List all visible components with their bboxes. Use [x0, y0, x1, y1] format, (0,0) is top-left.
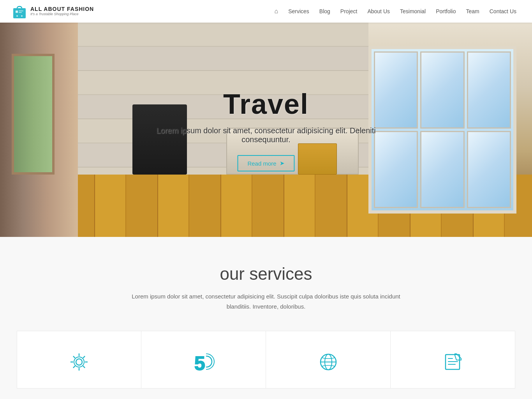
brand-name: ALL ABOUT FASHION: [30, 6, 94, 12]
window-pane-6: [467, 131, 511, 208]
svg-point-6: [76, 359, 82, 365]
svg-point-5: [21, 15, 23, 17]
hero-left-wall: [0, 23, 78, 237]
hero-subtitle: Lorem ipsum dolor sit amet, consectetur …: [133, 126, 399, 144]
svg-rect-0: [13, 8, 26, 18]
hero-read-more-button[interactable]: Read more ➤: [237, 155, 294, 171]
nav-services[interactable]: Services: [284, 6, 313, 17]
edit-icon: [442, 351, 464, 376]
hero-content: Travel Lorem ipsum dolor sit amet, conse…: [133, 88, 399, 171]
nav-project[interactable]: Project: [336, 6, 361, 17]
nav-blog[interactable]: Blog: [315, 6, 334, 17]
nav-about[interactable]: About Us: [363, 6, 394, 17]
services-description: Lorem ipsum dolor sit amet, consectetur …: [130, 291, 402, 311]
nav-portfolio[interactable]: Portfolio: [432, 6, 460, 17]
service-card-globe: [266, 331, 391, 388]
svg-point-4: [16, 15, 18, 17]
service-cards-container: 5: [16, 331, 516, 388]
logo[interactable]: ALL ABOUT FASHION It's a Trustable Shopp…: [12, 3, 94, 20]
window-pane-2: [420, 51, 464, 129]
window-pane-5: [420, 131, 464, 208]
svg-rect-2: [19, 11, 23, 11]
nav-home[interactable]: ⌂: [270, 5, 282, 17]
services-title: our services: [16, 264, 516, 284]
svg-rect-3: [19, 12, 22, 13]
nav-testimonial[interactable]: Tesimonial: [396, 6, 430, 17]
services-section: our services Lorem ipsum dolor sit amet,…: [0, 237, 532, 399]
hero-button-icon: ➤: [280, 160, 285, 167]
nav-links: ⌂ Services Blog Project About Us Tesimon…: [270, 8, 520, 15]
service-card-settings: [17, 331, 141, 388]
nav-team[interactable]: Team: [462, 6, 483, 17]
svg-text:5: 5: [194, 353, 205, 373]
brand-tagline: It's a Trustable Shopping Place: [30, 12, 94, 16]
hero-title: Travel: [133, 88, 399, 120]
hero-button-label: Read more: [247, 160, 276, 167]
navbar: ALL ABOUT FASHION It's a Trustable Shopp…: [0, 0, 532, 23]
service-card-star: 5: [141, 331, 266, 388]
window-pane-3: [467, 51, 511, 129]
svg-rect-1: [16, 11, 18, 13]
logo-bag-icon: [12, 3, 27, 20]
hero-section: Travel Lorem ipsum dolor sit amet, conse…: [0, 23, 532, 237]
nav-contact[interactable]: Contact Us: [486, 6, 520, 17]
hero-door: [12, 54, 55, 175]
star5-icon: 5: [192, 351, 215, 376]
service-card-edit: [391, 331, 515, 388]
gear-icon: [68, 351, 90, 376]
globe-icon: [317, 351, 340, 376]
